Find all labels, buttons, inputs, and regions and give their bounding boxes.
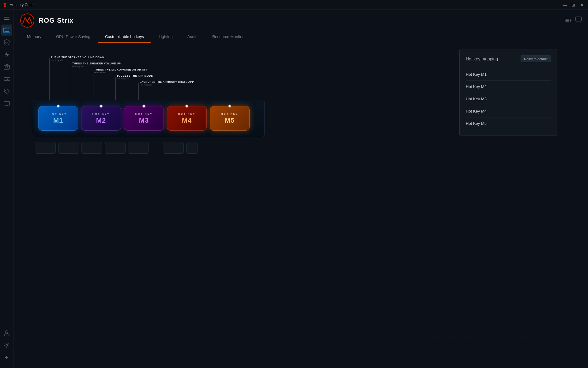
svg-line-44 (466, 245, 588, 368)
tabs-bar: Memory GPU Power Saving Customizable hot… (13, 31, 588, 43)
sidebar-item-keyboard[interactable] (1, 25, 12, 36)
hotkey-btn-m1[interactable]: HOT KEY M1 (38, 106, 78, 131)
header-left: ROG Strix (20, 13, 74, 28)
bg-decoration (374, 153, 588, 368)
hotkey-buttons-container: HOT KEY M1 HOT KEY M2 HOT KEY M3 (32, 100, 265, 137)
svg-rect-6 (6, 29, 7, 29)
svg-rect-2 (4, 19, 9, 20)
key-placeholder-1 (35, 142, 56, 154)
svg-rect-1 (4, 17, 9, 18)
callout-m3-subtext: Hot Key M3 (94, 71, 148, 74)
svg-rect-34 (576, 17, 581, 21)
dot-m4 (185, 105, 188, 108)
rog-logo (20, 13, 35, 28)
settings-titlebar-button[interactable]: ⊞ (570, 1, 577, 9)
svg-marker-36 (404, 190, 557, 337)
key-placeholder-3 (81, 142, 102, 154)
svg-marker-35 (389, 169, 573, 337)
key-placeholder-2 (58, 142, 79, 154)
hotkey-btn-m2[interactable]: HOT KEY M2 (81, 106, 121, 131)
svg-rect-7 (8, 29, 9, 29)
svg-point-29 (6, 344, 8, 346)
titlebar: Armoury Crate — ⊞ ✕ (0, 0, 588, 10)
sidebar-item-lightning[interactable] (1, 49, 12, 60)
hotkey-m1-label-small: HOT KEY (50, 113, 67, 115)
svg-point-20 (5, 77, 6, 78)
hotkey-m2-label-big: M2 (96, 117, 106, 125)
sidebar-item-sliders[interactable] (1, 74, 12, 85)
svg-rect-13 (9, 30, 9, 30)
hotkey-m5-label-small: HOT KEY (221, 113, 239, 115)
close-button[interactable]: ✕ (578, 1, 586, 9)
hotkey-panel-title: Hot key mapping (466, 56, 498, 61)
svg-rect-4 (4, 29, 5, 29)
hotkey-entry-m5[interactable]: Hot Key M5 (466, 117, 551, 129)
battery-icon (565, 17, 572, 24)
callout-m1-subtext: Hot Key M1 (51, 59, 104, 62)
callout-m4-text: TOGGLES THE FAN MODE (117, 74, 153, 77)
tab-resource[interactable]: Resource Monitor (205, 31, 251, 43)
callout-m3: TURNS THE MICROPHONE ON OR OFF Hot Key M… (94, 68, 148, 74)
reset-default-button[interactable]: Reset to default (521, 56, 551, 62)
svg-point-28 (6, 331, 8, 333)
tab-audio[interactable]: Audio (180, 31, 205, 43)
sidebar-item-tag[interactable] (1, 86, 12, 97)
sidebar-item-camera[interactable] (1, 61, 12, 72)
dot-m3 (142, 105, 145, 108)
key-placeholder-5 (128, 142, 149, 154)
minimize-button[interactable]: — (561, 1, 568, 9)
sidebar-item-shield[interactable] (1, 37, 12, 48)
svg-rect-9 (4, 30, 5, 30)
sidebar-item-settings[interactable] (1, 340, 12, 351)
hotkey-m2-label-small: HOT KEY (92, 113, 110, 115)
callout-m2-text: TURNS THE SPEAKER VOLUME UP (72, 62, 121, 65)
callout-m5-subtext: Hot Key M5 (140, 83, 194, 86)
main-content: ROG Strix Memory GPU Power Saving Custom… (13, 10, 588, 368)
app-name: ROG Strix (39, 17, 74, 25)
svg-point-31 (26, 20, 28, 21)
sidebar-item-user[interactable] (1, 328, 12, 339)
hotkey-btn-m3[interactable]: HOT KEY M3 (124, 106, 164, 131)
hotkey-entry-m3[interactable]: Hot Key M3 (466, 93, 551, 105)
hotkey-m4-label-big: M4 (182, 117, 192, 125)
app-icon (2, 2, 7, 7)
hotkey-entry-m2[interactable]: Hot Key M2 (466, 81, 551, 93)
hotkey-panel-header: Hot key mapping Reset to default (466, 56, 551, 62)
svg-marker-39 (450, 255, 511, 337)
svg-line-46 (527, 307, 588, 368)
sidebar-item-display[interactable] (1, 98, 12, 109)
key-gap (151, 142, 160, 154)
callout-m2-subtext: Hot Key M2 (72, 65, 121, 68)
dot-m2 (100, 105, 103, 108)
hotkey-btn-m4[interactable]: HOT KEY M4 (167, 106, 207, 131)
tab-lighting[interactable]: Lighting (151, 31, 180, 43)
dot-m1 (57, 105, 60, 108)
key-placeholder-7 (186, 142, 198, 154)
svg-line-41 (404, 184, 588, 368)
hotkey-entry-m4[interactable]: Hot Key M4 (466, 105, 551, 117)
svg-rect-14 (5, 31, 9, 32)
hotkey-btn-m5[interactable]: HOT KEY M5 (210, 106, 250, 131)
sidebar-item-hamburger[interactable] (1, 12, 12, 23)
svg-rect-5 (5, 29, 6, 29)
svg-rect-11 (6, 30, 7, 30)
sidebar-bottom: + (1, 328, 12, 366)
key-placeholder-4 (105, 142, 126, 154)
tab-memory[interactable]: Memory (20, 31, 49, 43)
sidebar-add-button[interactable]: + (1, 352, 12, 363)
svg-line-42 (374, 153, 588, 368)
hotkey-entry-m1[interactable]: Hot Key M1 (466, 68, 551, 81)
app-header: ROG Strix (13, 10, 588, 31)
callout-m1-text: TURNS THE SPEAKER VOLUME DOWN (51, 56, 104, 59)
hotkey-entries: Hot Key M1 Hot Key M2 Hot Key M3 Hot Key… (466, 68, 551, 129)
svg-line-45 (496, 276, 588, 368)
svg-rect-24 (4, 102, 9, 105)
hotkey-m1-label-big: M1 (53, 117, 63, 125)
titlebar-title: Armoury Crate (10, 3, 34, 7)
callout-m2: TURNS THE SPEAKER VOLUME UP Hot Key M2 (72, 62, 121, 68)
tab-gpu[interactable]: GPU Power Saving (49, 31, 98, 43)
callout-area: TURNS THE SPEAKER VOLUME DOWN Hot Key M1… (32, 52, 265, 100)
svg-rect-12 (8, 30, 9, 30)
tab-hotkeys[interactable]: Customizable hotkeys (98, 31, 151, 43)
dot-m5 (228, 105, 231, 108)
